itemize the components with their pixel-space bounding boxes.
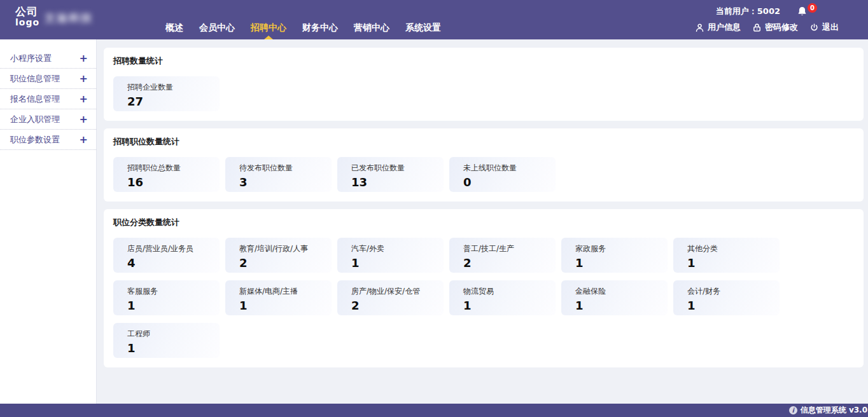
stat-label: 普工/技工/生产	[463, 243, 552, 254]
user-icon	[695, 23, 704, 32]
stat-tile-category: 其他分类 1	[673, 238, 780, 273]
user-info-label: 用户信息	[708, 22, 741, 33]
current-user-label: 当前用户：	[716, 6, 757, 16]
stat-tile-offline-positions: 未上线职位数量 0	[449, 157, 556, 192]
logout-button[interactable]: 退出	[809, 22, 839, 33]
stat-tile-total-positions: 招聘职位总数量 16	[113, 157, 220, 192]
change-password-label: 密码修改	[765, 22, 798, 33]
plus-icon[interactable]: +	[80, 74, 88, 84]
stat-value: 1	[687, 256, 776, 270]
nav-item-recruit-center-label: 招聘中心	[251, 22, 286, 32]
stat-value: 1	[127, 299, 216, 312]
card-title: 招聘职位数量统计	[113, 136, 854, 147]
stat-tile-category: 物流贸易 1	[449, 280, 556, 315]
stat-tile-category: 汽车/外卖 1	[337, 238, 444, 273]
stat-value: 1	[463, 299, 552, 312]
stat-tiles: 招聘职位总数量 16 待发布职位数量 3 已发布职位数量 13 未上线职位数量 …	[113, 157, 854, 192]
stat-label: 待发布职位数量	[239, 163, 328, 174]
sidebar-item-position-info[interactable]: 职位信息管理 +	[0, 69, 96, 89]
stat-label: 房产/物业/保安/仓管	[351, 286, 440, 297]
stat-label: 教育/培训/行政/人事	[239, 243, 328, 254]
sidebar-item-position-params[interactable]: 职位参数设置 +	[0, 130, 96, 150]
stat-value: 4	[127, 256, 216, 270]
nav-item-overview[interactable]: 概述	[164, 22, 185, 34]
sidebar-item-miniprogram-settings[interactable]: 小程序设置 +	[0, 48, 96, 69]
sidebar-item-label: 企业入职管理	[10, 114, 60, 125]
card-title: 招聘数量统计	[113, 55, 854, 67]
stat-tile-category: 店员/营业员/业务员 4	[113, 238, 220, 273]
stat-tile-category: 客服服务 1	[113, 280, 220, 315]
active-tab-indicator	[264, 36, 273, 39]
stat-tile-recruit-companies: 招聘企业数量 27	[113, 76, 220, 111]
sidebar-item-label: 小程序设置	[10, 53, 52, 64]
stat-value: 1	[239, 299, 328, 312]
lock-icon	[752, 23, 762, 32]
stat-tiles: 招聘企业数量 27	[113, 76, 854, 111]
footer-bar: i 信息管理系统 v3.0	[0, 404, 868, 417]
nav-item-recruit-center[interactable]: 招聘中心	[249, 22, 288, 34]
stat-tile-category: 工程师 1	[113, 323, 220, 358]
stat-value: 0	[463, 175, 552, 189]
plus-icon[interactable]: +	[80, 53, 88, 64]
card-title: 职位分类数量统计	[113, 217, 854, 228]
sidebar: 小程序设置 + 职位信息管理 + 报名信息管理 + 企业入职管理 + 职位参数设…	[0, 39, 97, 404]
footer-version-text: 信息管理系统 v3.0	[801, 405, 867, 416]
stat-tile-pending-positions: 待发布职位数量 3	[225, 157, 332, 192]
stat-label: 其他分类	[687, 243, 776, 254]
stat-label: 家政服务	[575, 243, 664, 254]
header-actions: 用户信息 密码修改 退出	[695, 22, 839, 33]
stat-tile-category: 家政服务 1	[561, 238, 668, 273]
plus-icon[interactable]: +	[80, 114, 88, 125]
main-content: 招聘数量统计 招聘企业数量 27 招聘职位数量统计 招聘职位总数量 16 待发布…	[97, 39, 868, 404]
stat-label: 物流贸易	[463, 286, 552, 297]
stat-label: 已发布职位数量	[351, 163, 440, 174]
stat-label: 汽车/外卖	[351, 243, 440, 254]
main-nav: 概述 会员中心 招聘中心 财务中心 营销中心 系统设置	[164, 0, 442, 39]
stat-label: 招聘职位总数量	[127, 163, 216, 174]
stat-label: 金融保险	[575, 286, 664, 297]
stat-value: 1	[575, 299, 664, 312]
company-name-blurred: 文迪科技	[45, 11, 93, 25]
notification-bell[interactable]: 0	[797, 6, 808, 17]
stat-label: 工程师	[127, 329, 216, 339]
stat-value: 1	[127, 341, 216, 355]
logout-label: 退出	[822, 22, 839, 33]
power-icon	[809, 23, 819, 32]
sidebar-item-label: 职位信息管理	[10, 73, 60, 85]
stat-value: 1	[575, 256, 664, 270]
stat-value: 1	[687, 299, 776, 312]
stat-label: 客服服务	[127, 286, 216, 297]
sidebar-item-label: 报名信息管理	[10, 93, 60, 105]
plus-icon[interactable]: +	[80, 94, 88, 104]
nav-item-system-settings[interactable]: 系统设置	[404, 22, 442, 34]
stat-tile-published-positions: 已发布职位数量 13	[337, 157, 444, 192]
sidebar-item-company-onboarding[interactable]: 企业入职管理 +	[0, 109, 96, 130]
stat-tile-category: 房产/物业/保安/仓管 2	[337, 280, 444, 315]
stat-label: 招聘企业数量	[127, 82, 216, 93]
stat-value: 1	[351, 256, 440, 270]
user-info-button[interactable]: 用户信息	[695, 22, 741, 33]
stat-value: 27	[127, 95, 216, 108]
change-password-button[interactable]: 密码修改	[752, 22, 798, 33]
stat-label: 会计/财务	[687, 286, 776, 297]
nav-item-finance-center[interactable]: 财务中心	[301, 22, 339, 34]
stat-tile-category: 普工/技工/生产 2	[449, 238, 556, 273]
card-category-count-stats: 职位分类数量统计 店员/营业员/业务员 4 教育/培训/行政/人事 2 汽车/外…	[104, 209, 864, 367]
logo-text-bottom: logo	[15, 18, 39, 27]
stat-tile-category: 会计/财务 1	[673, 280, 780, 315]
stat-tile-category: 金融保险 1	[561, 280, 668, 315]
stat-tile-category: 教育/培训/行政/人事 2	[225, 238, 332, 273]
card-recruit-count-stats: 招聘数量统计 招聘企业数量 27	[104, 48, 864, 121]
current-user-value: 5002	[757, 6, 780, 16]
stat-value: 3	[239, 175, 328, 189]
nav-item-member-center[interactable]: 会员中心	[198, 22, 236, 34]
stat-tiles: 店员/营业员/业务员 4 教育/培训/行政/人事 2 汽车/外卖 1 普工/技工…	[113, 238, 854, 358]
sidebar-item-signup-info[interactable]: 报名信息管理 +	[0, 89, 96, 109]
stat-value: 2	[351, 299, 440, 312]
plus-icon[interactable]: +	[80, 135, 88, 145]
current-user-text: 当前用户：5002	[716, 6, 780, 17]
info-icon: i	[789, 406, 797, 414]
card-position-count-stats: 招聘职位数量统计 招聘职位总数量 16 待发布职位数量 3 已发布职位数量 13…	[104, 128, 864, 202]
stat-value: 2	[463, 256, 552, 270]
nav-item-marketing-center[interactable]: 营销中心	[353, 22, 391, 34]
